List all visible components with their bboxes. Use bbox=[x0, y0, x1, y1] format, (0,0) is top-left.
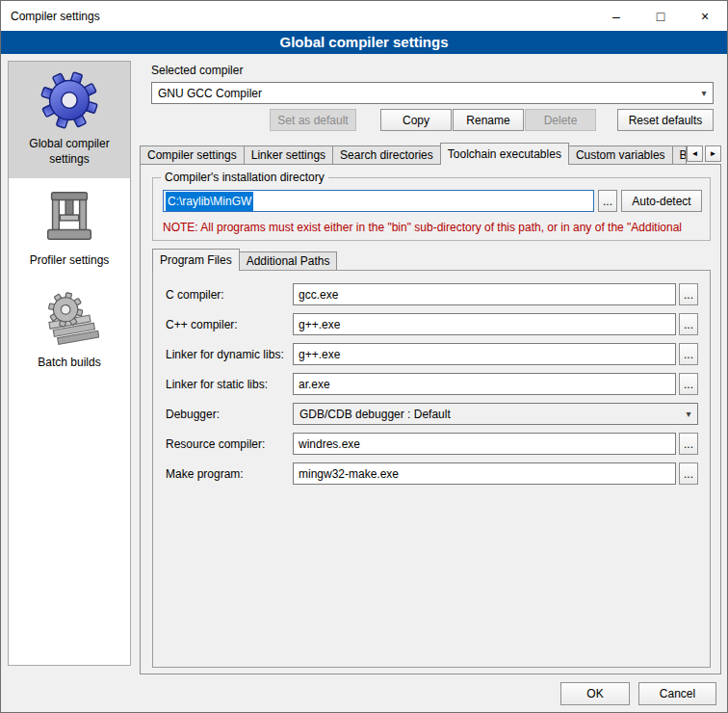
tab-build-options[interactable]: Build bbox=[672, 145, 687, 164]
dynamic-linker-browse-button[interactable]: ... bbox=[679, 343, 698, 365]
c-compiler-browse-button[interactable]: ... bbox=[679, 283, 698, 305]
form-row: Linker for dynamic libs: ... bbox=[166, 343, 698, 365]
autodetect-button[interactable]: Auto-detect bbox=[621, 190, 702, 212]
chevron-down-icon: ▾ bbox=[695, 88, 713, 98]
form-row: Linker for static libs: ... bbox=[166, 373, 698, 395]
sidebar-item-profiler-settings[interactable]: Profiler settings bbox=[9, 178, 130, 280]
cancel-button[interactable]: Cancel bbox=[638, 682, 716, 705]
chevron-down-icon: ▾ bbox=[680, 409, 697, 419]
install-dir-value: C:\raylib\MinGW bbox=[166, 192, 253, 211]
debugger-select-value: GDB/CDB debugger : Default bbox=[294, 408, 680, 421]
maximize-button[interactable]: □ bbox=[638, 1, 683, 31]
tab-custom-variables[interactable]: Custom variables bbox=[568, 145, 673, 164]
close-button[interactable]: × bbox=[683, 1, 727, 31]
window-title: Compiler settings bbox=[1, 10, 100, 23]
make-program-label: Make program: bbox=[166, 467, 293, 481]
tab-linker-settings[interactable]: Linker settings bbox=[244, 145, 333, 164]
program-tabs: Program Files Additional Paths bbox=[152, 251, 337, 270]
form-row: Make program: ... bbox=[166, 462, 698, 485]
c-compiler-input[interactable] bbox=[293, 283, 676, 305]
tab-scroll-right-button[interactable]: ► bbox=[705, 145, 721, 162]
form-row: C compiler: ... bbox=[166, 283, 698, 305]
resource-compiler-label: Resource compiler: bbox=[166, 437, 293, 451]
resource-compiler-browse-button[interactable]: ... bbox=[679, 433, 698, 455]
form-row: Resource compiler: ... bbox=[166, 433, 698, 455]
program-files-panel: C compiler: ... C++ compiler: ... Linker… bbox=[152, 270, 711, 668]
tab-program-files[interactable]: Program Files bbox=[152, 249, 240, 271]
clamp-icon bbox=[39, 187, 99, 247]
toolchain-executables-panel: Compiler's installation directory C:\ray… bbox=[140, 164, 721, 674]
make-program-browse-button[interactable]: ... bbox=[679, 462, 698, 485]
static-linker-browse-button[interactable]: ... bbox=[679, 373, 698, 395]
sidebar-item-global-compiler-settings[interactable]: Global compiler settings bbox=[9, 62, 130, 178]
tab-additional-paths[interactable]: Additional Paths bbox=[239, 251, 338, 270]
copy-button[interactable]: Copy bbox=[380, 109, 452, 131]
minimize-button[interactable]: – bbox=[594, 1, 638, 31]
sidebar-item-label: Profiler settings bbox=[30, 253, 110, 269]
installation-directory-label: Compiler's installation directory bbox=[161, 171, 328, 184]
reset-defaults-button[interactable]: Reset defaults bbox=[617, 109, 714, 131]
sidebar-item-label: Batch builds bbox=[38, 356, 100, 371]
gray-gear-stack-icon bbox=[39, 289, 99, 349]
titlebar: Compiler settings – □ × bbox=[1, 1, 727, 31]
dynamic-linker-input[interactable] bbox=[293, 343, 676, 365]
debugger-select[interactable]: GDB/CDB debugger : Default ▾ bbox=[293, 403, 698, 425]
sidebar-item-batch-builds[interactable]: Batch builds bbox=[9, 280, 130, 383]
make-program-input[interactable] bbox=[293, 462, 676, 485]
form-row: Debugger: GDB/CDB debugger : Default ▾ bbox=[166, 403, 698, 425]
install-dir-browse-button[interactable]: ... bbox=[598, 190, 617, 212]
tab-scroll-controls: ◄ ► bbox=[687, 145, 721, 162]
set-as-default-button: Set as default bbox=[270, 109, 356, 131]
debugger-label: Debugger: bbox=[166, 408, 293, 421]
install-dir-input[interactable]: C:\raylib\MinGW bbox=[163, 190, 594, 212]
page-title: Global compiler settings bbox=[1, 31, 727, 54]
compiler-select-value: GNU GCC Compiler bbox=[152, 87, 695, 100]
window-controls: – □ × bbox=[594, 1, 727, 31]
resource-compiler-input[interactable] bbox=[293, 433, 676, 455]
c-compiler-label: C compiler: bbox=[166, 288, 293, 302]
selected-compiler-label: Selected compiler bbox=[151, 64, 243, 77]
settings-category-list: Global compiler settings Profiler settin… bbox=[8, 61, 131, 666]
compiler-tabs: Compiler settings Linker settings Search… bbox=[140, 143, 721, 164]
tab-toolchain-executables[interactable]: Toolchain executables bbox=[440, 143, 569, 165]
rename-button[interactable]: Rename bbox=[453, 109, 524, 131]
static-linker-label: Linker for static libs: bbox=[166, 378, 293, 391]
cpp-compiler-browse-button[interactable]: ... bbox=[679, 313, 698, 335]
bin-subdirectory-note: NOTE: All programs must exist either in … bbox=[163, 221, 710, 234]
tab-scroll-left-button[interactable]: ◄ bbox=[687, 145, 703, 162]
compiler-select[interactable]: GNU GCC Compiler ▾ bbox=[151, 82, 714, 104]
compiler-settings-window: Compiler settings – □ × Global compiler … bbox=[0, 0, 728, 713]
form-row: C++ compiler: ... bbox=[166, 313, 698, 335]
installation-directory-row: C:\raylib\MinGW ... Auto-detect bbox=[163, 190, 702, 212]
ok-button[interactable]: OK bbox=[560, 682, 630, 705]
cpp-compiler-input[interactable] bbox=[293, 313, 676, 335]
installation-directory-group: Compiler's installation directory C:\ray… bbox=[152, 177, 711, 241]
dynamic-linker-label: Linker for dynamic libs: bbox=[166, 348, 293, 361]
blue-gear-icon bbox=[39, 70, 99, 130]
tab-compiler-settings[interactable]: Compiler settings bbox=[140, 145, 245, 164]
delete-button: Delete bbox=[525, 109, 596, 131]
cpp-compiler-label: C++ compiler: bbox=[166, 318, 293, 331]
static-linker-input[interactable] bbox=[293, 373, 676, 395]
tab-search-directories[interactable]: Search directories bbox=[332, 145, 441, 164]
sidebar-item-label: Global compiler settings bbox=[12, 137, 127, 167]
compiler-buttons-row: Set as default Copy Rename Delete Reset … bbox=[151, 109, 714, 131]
